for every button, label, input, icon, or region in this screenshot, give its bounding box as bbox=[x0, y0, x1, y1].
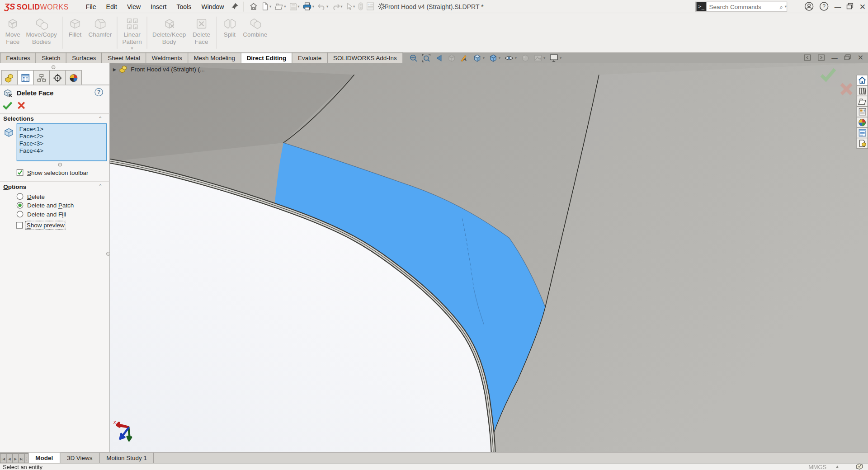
3d-views-tab[interactable]: 3D Views bbox=[60, 453, 99, 463]
delete-and-patch-radio-row[interactable]: Delete and Patch bbox=[17, 202, 74, 209]
confirmation-corner-ok-icon[interactable] bbox=[820, 67, 836, 83]
combine-button[interactable]: Combine bbox=[240, 15, 270, 46]
flyout-feature-tree[interactable]: ▶ Front Hood v4 (Straight) (... bbox=[113, 65, 205, 73]
configuration-manager-tab[interactable] bbox=[33, 70, 50, 85]
pin-menu-icon[interactable] bbox=[231, 3, 238, 10]
fillet-button[interactable]: Fillet bbox=[65, 15, 86, 46]
feature-manager-tab[interactable] bbox=[1, 70, 18, 85]
selection-item[interactable]: Face<3> bbox=[19, 140, 106, 147]
tab-surfaces[interactable]: Surfaces bbox=[66, 52, 102, 63]
tab-solidworks-add-ins[interactable]: SOLIDWORKS Add-Ins bbox=[327, 52, 403, 63]
hide-show-items-icon[interactable]: ▾ bbox=[503, 53, 518, 62]
units-dropdown-icon[interactable]: ▲ bbox=[835, 464, 839, 468]
search-input[interactable]: Search Commands bbox=[706, 3, 779, 10]
flyout-part-name[interactable]: Front Hood v4 (Straight) (... bbox=[131, 66, 205, 73]
dimxpert-manager-tab[interactable] bbox=[49, 70, 66, 85]
model-3d-view[interactable] bbox=[109, 63, 868, 452]
tab-mesh-modeling[interactable]: Mesh Modeling bbox=[188, 52, 241, 63]
taskpane-file-explorer-icon[interactable] bbox=[856, 96, 868, 107]
display-manager-tab[interactable] bbox=[65, 70, 82, 85]
motion-study-tab[interactable]: Motion Study 1 bbox=[99, 453, 154, 463]
rebuild-icon[interactable] bbox=[357, 2, 364, 11]
selections-collapse-icon[interactable]: ⌃ bbox=[98, 116, 102, 121]
taskpane-appearances-icon[interactable] bbox=[856, 117, 868, 127]
minimize-doc-icon[interactable]: — bbox=[831, 55, 837, 61]
split-button[interactable]: Split bbox=[219, 15, 241, 46]
redo-icon[interactable]: ▾ bbox=[330, 2, 344, 10]
tab-evaluate[interactable]: Evaluate bbox=[292, 52, 327, 63]
search-dropdown-icon[interactable]: ▾ bbox=[785, 5, 787, 9]
zoom-to-fit-icon[interactable] bbox=[408, 53, 419, 62]
open-document-icon[interactable]: ▾ bbox=[274, 2, 287, 11]
delete-and-fill-radio-row[interactable]: Delete and Fill bbox=[17, 211, 66, 218]
panel-help-icon[interactable]: ? bbox=[94, 88, 103, 96]
taskpane-view-palette-icon[interactable] bbox=[856, 106, 868, 117]
menu-edit[interactable]: Edit bbox=[101, 0, 122, 13]
quick-tip-icon[interactable] bbox=[855, 463, 863, 470]
tab-sheet-metal[interactable]: Sheet Metal bbox=[102, 52, 146, 63]
file-properties-icon[interactable] bbox=[365, 2, 375, 11]
delete-and-patch-radio[interactable] bbox=[17, 202, 24, 209]
tab-features[interactable]: Features bbox=[0, 52, 36, 63]
previous-window-icon[interactable] bbox=[804, 54, 811, 61]
zoom-to-area-icon[interactable] bbox=[421, 53, 432, 62]
print-document-icon[interactable]: ▾ bbox=[302, 2, 316, 11]
new-document-icon[interactable]: ▾ bbox=[260, 2, 273, 11]
panel-collapse-handle[interactable] bbox=[52, 65, 56, 69]
apply-scene-icon[interactable]: ▾ bbox=[532, 53, 546, 62]
tab-direct-editing[interactable]: Direct Editing bbox=[241, 52, 292, 63]
search-icon[interactable]: ⌕ bbox=[779, 3, 784, 10]
restore-doc-icon[interactable] bbox=[844, 54, 851, 61]
close-doc-icon[interactable]: ✕ bbox=[858, 54, 863, 62]
move-copy-bodies-button[interactable]: Move/CopyBodies bbox=[23, 15, 59, 46]
cancel-button[interactable] bbox=[17, 101, 26, 111]
move-face-button[interactable]: MoveFace bbox=[2, 15, 24, 46]
view-settings-icon[interactable]: ▾ bbox=[548, 53, 562, 62]
save-document-icon[interactable]: ▾ bbox=[288, 2, 301, 11]
chamfer-button[interactable]: Chamfer bbox=[85, 15, 114, 46]
tab-weldments[interactable]: Weldments bbox=[146, 52, 188, 63]
close-icon[interactable]: ✕ bbox=[859, 0, 866, 13]
dynamic-annotation-views-icon[interactable]: A bbox=[459, 53, 470, 62]
delete-keep-body-button[interactable]: Delete/KeepBody bbox=[150, 15, 189, 46]
options-header[interactable]: Options bbox=[3, 183, 26, 190]
selections-header[interactable]: Selections bbox=[3, 115, 33, 122]
selection-item[interactable]: Face<2> bbox=[19, 133, 106, 140]
selection-item[interactable]: Face<4> bbox=[19, 147, 106, 155]
listbox-resize-handle[interactable] bbox=[58, 163, 62, 167]
view-orientation-icon[interactable]: ▾ bbox=[472, 53, 486, 62]
model-tab[interactable]: Model bbox=[28, 453, 60, 463]
confirmation-corner-cancel-icon[interactable] bbox=[839, 82, 854, 97]
taskpane-design-library-icon[interactable] bbox=[856, 85, 868, 96]
graphics-viewport[interactable]: ▶ Front Hood v4 (Straight) (... x bbox=[109, 63, 868, 452]
help-icon[interactable]: ? bbox=[820, 1, 829, 12]
undo-icon[interactable]: ▾ bbox=[316, 2, 330, 10]
delete-radio[interactable] bbox=[17, 193, 24, 200]
display-style-icon[interactable]: ▾ bbox=[487, 53, 501, 62]
select-icon[interactable]: ▾ bbox=[345, 2, 356, 11]
minimize-icon[interactable]: — bbox=[835, 0, 841, 13]
linear-pattern-button[interactable]: LinearPattern ▼ bbox=[119, 15, 145, 52]
restore-icon[interactable] bbox=[847, 3, 854, 10]
menu-tools[interactable]: Tools bbox=[171, 0, 196, 13]
previous-view-icon[interactable] bbox=[434, 53, 444, 62]
search-commands-box[interactable]: >_ Search Commands ⌕ ▾ bbox=[695, 2, 787, 12]
delete-radio-row[interactable]: Delete bbox=[17, 193, 45, 200]
linear-pattern-dropdown-icon[interactable]: ▼ bbox=[130, 47, 134, 51]
show-selection-toolbar-row[interactable]: Show selection toolbar bbox=[17, 169, 89, 176]
show-selection-toolbar-checkbox[interactable] bbox=[17, 169, 24, 176]
options-icon[interactable]: ▾ bbox=[377, 2, 390, 11]
taskpane-custom-properties-icon[interactable] bbox=[856, 127, 868, 138]
options-collapse-icon[interactable]: ⌃ bbox=[98, 184, 102, 189]
delete-and-fill-radio[interactable] bbox=[17, 211, 24, 218]
property-manager-tab[interactable] bbox=[17, 70, 34, 85]
edit-appearance-icon[interactable] bbox=[519, 53, 530, 62]
next-window-icon[interactable] bbox=[818, 54, 825, 61]
tab-sketch[interactable]: Sketch bbox=[36, 52, 66, 63]
section-view-icon[interactable] bbox=[446, 53, 457, 62]
taskpane-home-icon[interactable] bbox=[856, 75, 868, 85]
menu-window[interactable]: Window bbox=[196, 0, 229, 13]
selection-listbox[interactable]: Face<1> Face<2> Face<3> Face<4> bbox=[17, 123, 107, 161]
menu-insert[interactable]: Insert bbox=[146, 0, 171, 13]
delete-face-button[interactable]: DeleteFace bbox=[189, 15, 214, 46]
